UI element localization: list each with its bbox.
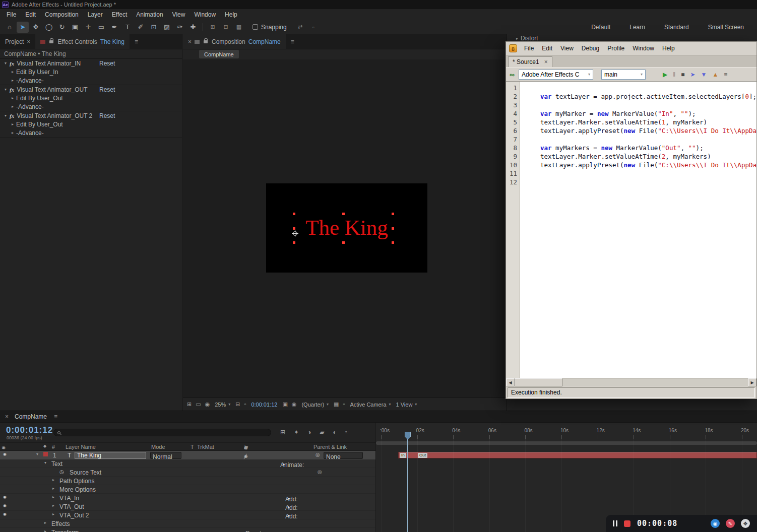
grid-overlay-icon[interactable]: ▦	[233, 22, 245, 33]
workspace-learn[interactable]: Learn	[629, 24, 645, 31]
step-into-button[interactable]: ▼	[701, 71, 707, 78]
close-icon[interactable]: ×	[27, 38, 30, 45]
menu-composition[interactable]: Composition	[40, 11, 83, 18]
clone-stamp-tool[interactable]: ⊡	[148, 22, 160, 33]
label-column-icon[interactable]: ◆	[43, 444, 46, 448]
close-icon[interactable]: ×	[544, 58, 548, 65]
twirl-icon[interactable]: ▸	[52, 512, 54, 516]
effect-header-row[interactable]: ▾fxVisual Text Animator_OUTReset	[0, 85, 182, 94]
layer-fx-icon[interactable]: ╱	[244, 454, 246, 459]
effect-property-row[interactable]: ▸-Advance-	[0, 128, 182, 137]
layer-duration-bar[interactable]: In Out	[398, 452, 757, 458]
selection-handle[interactable]	[342, 241, 345, 244]
current-timecode[interactable]: 0:00:01:12	[6, 425, 53, 435]
scrollbar-thumb[interactable]	[515, 378, 562, 386]
home-icon[interactable]: ⌂	[4, 22, 16, 33]
twirl-icon[interactable]: ▸	[9, 78, 16, 83]
scroll-left-button[interactable]: ◀	[506, 378, 515, 386]
twirl-icon[interactable]: ▸	[52, 478, 54, 482]
puppet-pin-tool[interactable]: ✚	[187, 22, 199, 33]
stopwatch-icon[interactable]: ◷	[59, 469, 64, 475]
code-editor[interactable]: var textLayer = app.project.activeItem.s…	[520, 82, 756, 378]
composition-canvas[interactable]: The King	[266, 183, 427, 273]
column-t[interactable]: T	[191, 444, 194, 450]
eye-icon[interactable]: ◉	[3, 452, 7, 456]
viewer-tab-compname[interactable]: CompName	[199, 50, 239, 58]
code-line[interactable]: var myMarkers = new MarkerValue("Out", "…	[540, 144, 756, 152]
twirl-icon[interactable]: ▾	[36, 452, 38, 456]
run-button[interactable]: ▶	[663, 71, 667, 78]
twirl-icon[interactable]: ▸	[9, 104, 16, 109]
workspace-standard[interactable]: Standard	[664, 24, 689, 31]
twirl-icon[interactable]: ▸	[44, 529, 46, 532]
stop-record-icon[interactable]	[624, 520, 630, 527]
twirl-icon[interactable]: ▾	[2, 61, 9, 65]
eye-icon[interactable]: ◉	[3, 503, 7, 508]
selection-handle[interactable]	[392, 213, 394, 215]
panel-menu-icon[interactable]: ≡	[724, 71, 727, 78]
step-out-button[interactable]: ▲	[712, 71, 718, 78]
twirl-icon[interactable]: ▸	[52, 495, 54, 499]
resolution-select[interactable]: (Quarter) ▾	[301, 402, 329, 408]
channels-icon[interactable]: ◉	[205, 401, 210, 408]
effect-property-row[interactable]: ▸Edit By User_Out	[0, 120, 182, 128]
rotation-tool[interactable]: ↻	[56, 22, 68, 33]
selection-handle[interactable]	[293, 241, 295, 244]
keyframe-icon[interactable]: ◎	[318, 469, 322, 475]
show-snapshot-icon[interactable]: ◉	[292, 401, 297, 408]
effect-reset-button[interactable]: Reset	[99, 86, 115, 93]
layer-name[interactable]: The King	[75, 452, 146, 459]
timeline-search-input[interactable]	[53, 429, 271, 436]
frame-blend-toggle-icon[interactable]: ▰	[320, 429, 324, 436]
property-row[interactable]: ▸Effects	[0, 519, 375, 528]
menu-edit[interactable]: Edit	[21, 11, 40, 18]
eraser-tool[interactable]: ▨	[161, 22, 173, 33]
panel-menu-icon[interactable]: ≡	[54, 413, 57, 420]
comp-flowchart-icon[interactable]: ⊞	[280, 429, 285, 436]
camera-button[interactable]: ◉	[711, 519, 720, 528]
zoom-select[interactable]: 25% ▾	[215, 402, 230, 408]
code-line[interactable]: textLayer.Marker.setValueAtTime(1, myMar…	[540, 118, 756, 126]
parent-select[interactable]: None ▾	[324, 452, 363, 459]
twirl-icon[interactable]: ▸	[52, 503, 54, 508]
anchor-point-icon[interactable]	[293, 231, 297, 236]
code-line[interactable]: textLayer.applyPreset(new File("C:\\User…	[540, 161, 756, 169]
property-row[interactable]: ▸More Options	[0, 485, 375, 494]
menu-layer[interactable]: Layer	[83, 11, 107, 18]
target-app-select[interactable]: Adobe After Effects C ▾	[519, 70, 593, 80]
snapping-checkbox[interactable]	[253, 24, 258, 30]
scope-select[interactable]: main ▾	[601, 70, 646, 80]
effect-property-row[interactable]: ▸-Advance-	[0, 76, 182, 85]
distribute-icon[interactable]: ⊟	[220, 22, 232, 33]
label-color-chip[interactable]	[43, 452, 48, 456]
estk-menu-window[interactable]: Window	[628, 45, 658, 52]
selection-handle[interactable]	[392, 227, 394, 230]
property-row[interactable]: ▸Path Options	[0, 477, 375, 485]
graph-editor-icon[interactable]: ≈	[345, 429, 349, 436]
panel-menu-icon[interactable]: ≡	[135, 38, 138, 45]
code-line[interactable]: var myMarker = new MarkerValue("In", "")…	[540, 109, 756, 118]
pen-tool[interactable]: ✒	[108, 22, 120, 33]
estk-menu-debug[interactable]: Debug	[578, 45, 603, 52]
property-row[interactable]: ◉▸VTA_OutAdd:▸	[0, 502, 375, 511]
lock-column-icon[interactable]: □	[2, 445, 5, 450]
layer-marker-out[interactable]: Out	[418, 453, 427, 458]
code-line[interactable]	[540, 178, 756, 186]
step-over-button[interactable]: ➤	[690, 71, 695, 78]
motion-blur-toggle-icon[interactable]: ◐	[333, 429, 337, 436]
camera-tool[interactable]: ▣	[69, 22, 81, 33]
horizontal-scrollbar[interactable]: ◀ ▶	[506, 378, 756, 386]
3d-column-icon[interactable]: ◇	[244, 445, 247, 450]
selection-handle[interactable]	[293, 227, 295, 230]
estk-menu-profile[interactable]: Profile	[603, 45, 628, 52]
code-line[interactable]	[540, 135, 756, 144]
menu-view[interactable]: View	[168, 11, 190, 18]
arrow-right-icon[interactable]: ▸	[283, 461, 285, 467]
hand-tool[interactable]: ✥	[30, 22, 42, 33]
brush-tool[interactable]: ✐	[135, 22, 147, 33]
twirl-icon[interactable]: ▾	[2, 113, 9, 118]
scroll-right-button[interactable]: ▶	[748, 378, 756, 386]
rectangle-tool[interactable]: ▭	[95, 22, 107, 33]
code-line[interactable]: var textLayer = app.project.activeItem.s…	[540, 92, 756, 101]
stop-button[interactable]: ■	[681, 71, 684, 78]
